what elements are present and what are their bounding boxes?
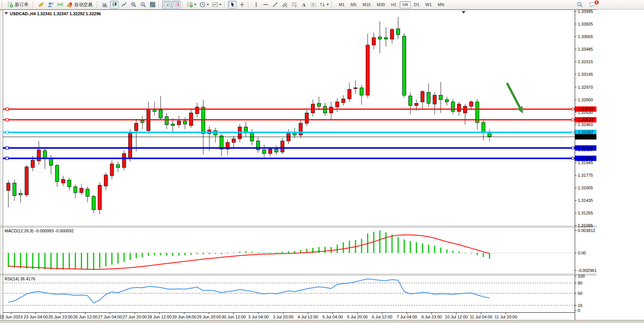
rsi-axis-label: 80 <box>578 281 582 285</box>
signals-button[interactable] <box>56 1 64 9</box>
horizontal-line-button[interactable] <box>261 1 270 9</box>
tf-H4-button[interactable]: H4 <box>400 1 410 8</box>
line-anchor[interactable] <box>572 118 574 121</box>
candle-bull <box>269 149 272 154</box>
text-button[interactable]: A <box>299 1 308 9</box>
auto-trading-label: 自动交易 <box>74 2 92 8</box>
price-tick-label: 1.32970 <box>578 85 593 90</box>
toolbar-grip[interactable] <box>224 2 226 8</box>
signal-icon <box>57 2 63 8</box>
candle-bull <box>470 102 473 106</box>
trendline-icon <box>272 2 278 8</box>
indicators-button[interactable] <box>186 1 198 9</box>
candle-bear <box>74 187 77 193</box>
price-tick-label: 1.33485 <box>578 47 593 51</box>
equidistant-channel-button[interactable]: E <box>280 1 289 9</box>
toolbar-grip[interactable] <box>332 2 333 8</box>
status-strip <box>0 320 644 323</box>
chart-shift-button[interactable] <box>172 1 180 9</box>
line-anchor[interactable] <box>572 131 574 133</box>
cursor-button[interactable] <box>228 1 237 9</box>
toolbar-grip[interactable] <box>158 2 160 8</box>
horn-icon <box>38 2 44 8</box>
auto-trading-button[interactable]: 自动交易 <box>65 1 95 9</box>
publish-button[interactable] <box>37 1 45 9</box>
tf-H1-button[interactable]: H1 <box>388 1 399 8</box>
svg-text:A: A <box>302 2 305 8</box>
tf-M1-button[interactable]: M1 <box>336 1 347 8</box>
zoom-in-button[interactable] <box>129 1 138 9</box>
templates-button[interactable] <box>211 1 223 9</box>
notifications-button[interactable]: 1 <box>588 1 597 9</box>
line-anchor[interactable] <box>6 147 8 149</box>
line-anchor[interactable] <box>6 157 8 160</box>
tf-M5-button[interactable]: M5 <box>348 1 359 8</box>
bar-chart-button[interactable] <box>100 1 109 9</box>
candle-bear <box>409 96 412 106</box>
time-tick-label: 5 Jul 20:00 <box>347 315 368 319</box>
tf-MN-button[interactable]: MN <box>435 1 447 8</box>
toolbar-grip[interactable] <box>2 2 4 8</box>
arrows-icon <box>319 2 325 8</box>
tf-M30-button[interactable]: M30 <box>374 1 387 8</box>
time-tick-label: 26 Jun 12:00 <box>73 315 97 319</box>
line-chart-button[interactable] <box>120 1 128 9</box>
candle-bull <box>281 141 284 152</box>
candlestick-chart-button[interactable] <box>110 1 119 9</box>
candle-bear <box>49 159 53 165</box>
text-label-button[interactable]: T <box>309 1 317 9</box>
price-tick-label: 1.31945 <box>578 160 593 165</box>
candle-bull <box>80 188 83 193</box>
candle-bull <box>190 113 193 125</box>
zoom-out-button[interactable] <box>139 1 147 9</box>
text-icon: A <box>301 2 307 8</box>
price-tick-label: 1.31095 <box>578 223 593 228</box>
toolbar-grip[interactable] <box>248 2 250 8</box>
candle-bull <box>177 121 181 125</box>
new-order-button[interactable]: 新订单 <box>6 1 31 9</box>
line-anchor[interactable] <box>6 108 8 110</box>
trendline-button[interactable] <box>271 1 279 9</box>
tile-windows-button[interactable] <box>148 1 157 9</box>
time-tick-label: 3 Jul 04:00 <box>248 315 269 319</box>
time-tick-label: 3 Jul 20:00 <box>273 315 293 319</box>
notification-badge: 1 <box>594 0 599 5</box>
vertical-line-button[interactable] <box>252 1 260 9</box>
line-chart-icon <box>121 2 127 8</box>
price-badge-label: 1.32005 <box>578 156 593 161</box>
svg-text:E: E <box>286 5 287 8</box>
fibonacci-button[interactable]: F <box>290 1 298 9</box>
price-tick-label: 1.31605 <box>578 185 593 190</box>
candle-bear <box>378 37 382 39</box>
timeframe-group: M1M5M15M30H1H4D1W1MN <box>336 1 447 8</box>
tf-D1-button[interactable]: D1 <box>411 1 422 8</box>
toolbar-grip[interactable] <box>97 2 99 8</box>
periods-button[interactable] <box>198 1 210 9</box>
toolbar: 新订单 自动交易 E F A T M1M5M15M30H1H4D1W1MN 1 <box>0 0 644 10</box>
line-anchor[interactable] <box>572 147 574 149</box>
bar-chart-icon <box>102 2 108 8</box>
price-tick-label: 1.33655 <box>578 34 593 39</box>
toolbar-grip[interactable] <box>33 2 35 8</box>
crosshair-button[interactable] <box>238 1 246 9</box>
candle-bull <box>391 29 394 39</box>
toolbar-grip[interactable] <box>182 2 184 8</box>
tf-W1-button[interactable]: W1 <box>423 1 435 8</box>
arrows-button[interactable] <box>318 1 330 9</box>
clock-icon <box>199 2 206 8</box>
price-badge-label: 1.32357 <box>578 130 593 134</box>
auto-scroll-button[interactable] <box>162 1 171 9</box>
price-badge-label: 1.32145 <box>578 146 593 150</box>
line-anchor[interactable] <box>572 157 574 160</box>
time-tick-label: 23 Jun 04:00 <box>24 315 48 319</box>
search-button[interactable] <box>575 1 584 9</box>
tf-M15-button[interactable]: M15 <box>360 1 373 8</box>
time-tick-label: 29 Jun 20:00 <box>197 315 221 319</box>
price-badge-label: 1.32296 <box>578 134 593 139</box>
candle-bear <box>451 102 455 111</box>
line-anchor[interactable] <box>572 108 574 110</box>
market-button[interactable] <box>46 1 55 9</box>
line-anchor[interactable] <box>6 131 8 134</box>
line-anchor[interactable] <box>6 118 8 121</box>
rsi-axis-label: 50 <box>578 291 582 296</box>
